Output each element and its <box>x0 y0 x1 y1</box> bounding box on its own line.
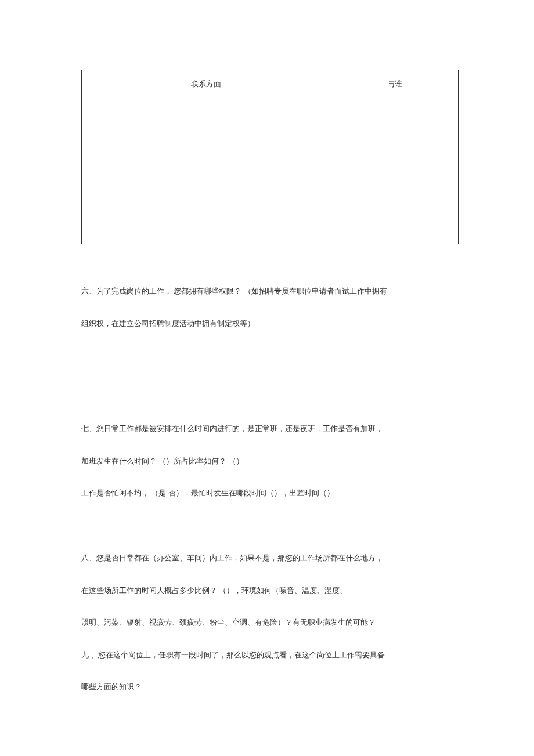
question-text: 哪些方面的知识？ <box>81 675 459 699</box>
table-row <box>82 157 459 186</box>
table-header-col1: 联系方面 <box>82 70 331 99</box>
question-text: 七、您日常工作都是被安排在什么时间内进行的，是正常班，还是夜班，工作是否有加班， <box>81 417 459 441</box>
spacer <box>81 529 459 546</box>
table-row <box>82 186 459 215</box>
table-cell <box>331 99 458 128</box>
question-text: 在这些场所工作的时间大概占多少比例？ （），环境如何（噪音、温度、湿度、 <box>81 578 459 603</box>
table-header-col2: 与谁 <box>331 70 458 99</box>
table-row <box>82 215 459 244</box>
question-text: 九 、您在这个岗位上，任职有一段时间了，那么以您的观点看，在这个岗位上工作需要具… <box>81 643 459 667</box>
question-seven: 七、您日常工作都是被安排在什么时间内进行的，是正常班，还是夜班，工作是否有加班，… <box>81 417 459 505</box>
table-cell <box>331 157 458 186</box>
question-text: 八、您是否日常都在（办公室、车间）内工作，如果不是，那您的工作场所都在什么地方， <box>81 546 459 570</box>
table-cell <box>331 128 458 157</box>
question-eight: 八、您是否日常都在（办公室、车间）内工作，如果不是，那您的工作场所都在什么地方，… <box>81 546 459 699</box>
contact-table: 联系方面 与谁 <box>81 70 459 244</box>
table-cell <box>331 186 458 215</box>
table-cell <box>82 215 331 244</box>
question-text: 工作是否忙闲不均， （是 否），最忙时发生在哪段时间（），出差时间（） <box>81 481 459 505</box>
table-cell <box>82 157 331 186</box>
table-header-row: 联系方面 与谁 <box>82 70 459 99</box>
table-row <box>82 99 459 128</box>
spacer <box>81 359 459 417</box>
question-text: 六、为了完成岗位的工作， 您都拥有哪些权限？ （如招聘专员在职位申请者面试工作中… <box>81 279 459 303</box>
table-cell <box>82 128 331 157</box>
question-text: 照明、污染、辐射、视疲劳、颈疲劳、粉尘、空调、有危险）？有无职业病发生的可能？ <box>81 610 459 635</box>
question-text: 加班发生在什么时间？ （）所占比率如何？ （） <box>81 449 459 473</box>
table-cell <box>82 186 331 215</box>
question-text: 组织权，在建立公司招聘制度活动中拥有制定权等） <box>81 312 459 336</box>
table-cell <box>82 99 331 128</box>
table-row <box>82 128 459 157</box>
table-cell <box>331 215 458 244</box>
question-six: 六、为了完成岗位的工作， 您都拥有哪些权限？ （如招聘专员在职位申请者面试工作中… <box>81 279 459 335</box>
